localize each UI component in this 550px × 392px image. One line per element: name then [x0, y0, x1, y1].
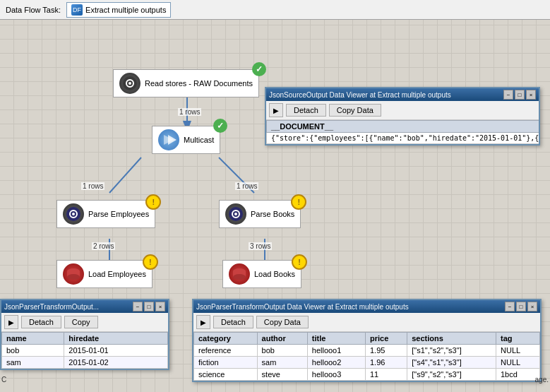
json-source-table-container: __DOCUMENT__ {"store":{"employees":[{"na…	[266, 120, 539, 144]
emp-viewer-restore[interactable]: □	[144, 302, 154, 311]
books-cell: ["s4","s1","s3"]	[407, 357, 496, 369]
emp-viewer-copy[interactable]: Copy	[64, 316, 98, 328]
books-cell: 1.95	[366, 345, 407, 357]
books-cell: reference	[194, 345, 258, 357]
emp-viewer: JsonParserTransformOutput... − □ × ▶ Det…	[0, 299, 169, 370]
load-books-node[interactable]: Load Books !	[222, 260, 301, 288]
books-viewer-titlebar: JsonParserTransformOutput Data Viewer at…	[193, 300, 540, 313]
row-count-read-multi: 1 rows	[178, 108, 201, 116]
top-bar: Data Flow Task: DF Extract multiple outp…	[0, 0, 550, 20]
books-col-title: title	[307, 333, 365, 345]
books-viewer-controls[interactable]: − □ ×	[505, 302, 537, 311]
emp-col-name: name	[2, 333, 64, 345]
json-source-copy[interactable]: Copy Data	[329, 104, 381, 117]
json-source-viewer: JsonSourceOutput Data Viewer at Extract …	[265, 87, 540, 145]
parse-books-label: Parse Books	[251, 210, 294, 218]
books-col-tag: tag	[496, 333, 540, 345]
svg-point-12	[72, 213, 75, 215]
emp-viewer-controls[interactable]: − □ ×	[133, 302, 165, 311]
load-employees-icon	[63, 263, 84, 285]
json-source-close[interactable]: ×	[526, 90, 536, 100]
json-source-controls[interactable]: − □ ×	[503, 90, 536, 100]
books-viewer-restore[interactable]: □	[516, 302, 526, 311]
multicast-check: ✓	[213, 119, 227, 133]
read-stores-label: Read stores - RAW Documents	[145, 79, 253, 88]
books-row: fictionsamhellooo21.96["s4","s1","s3"]NU…	[194, 357, 540, 369]
json-source-restore[interactable]: □	[515, 90, 525, 100]
emp-viewer-close[interactable]: ×	[155, 302, 165, 311]
parse-employees-icon	[63, 203, 84, 225]
books-col-category: category	[194, 333, 258, 345]
row-count-books-load: 3 rows	[249, 242, 272, 250]
books-rows: referencebobhellooo11.95["s1","s2","s3"]…	[194, 345, 540, 381]
emp-rows: bob2015-01-01sam2015-01-02	[2, 345, 168, 369]
json-source-minimize[interactable]: −	[503, 90, 513, 100]
json-source-detach[interactable]: Detach	[286, 104, 326, 117]
emp-viewer-titlebar: JsonParserTransformOutput... − □ ×	[1, 300, 168, 313]
partial-label-right: age.	[534, 374, 550, 385]
emp-cell: 2015-01-01	[64, 345, 168, 357]
svg-point-7	[128, 82, 131, 85]
emp-cell: sam	[2, 357, 64, 369]
load-employees-node[interactable]: Load Employees !	[56, 260, 153, 288]
books-col-sections: sections	[407, 333, 496, 345]
books-cell: hellooo1	[307, 345, 365, 357]
books-viewer-minimize[interactable]: −	[505, 302, 515, 311]
books-viewer-play[interactable]: ▶	[196, 315, 210, 329]
row-count-multi-emp: 1 rows	[81, 182, 104, 190]
books-viewer-title: JsonParserTransformOutput Data Viewer at…	[196, 303, 409, 311]
json-source-play[interactable]: ▶	[269, 103, 283, 117]
emp-viewer-detach[interactable]: Detach	[21, 316, 61, 328]
emp-viewer-minimize[interactable]: −	[133, 302, 143, 311]
read-stores-icon	[119, 73, 141, 94]
svg-marker-9	[168, 135, 177, 145]
svg-point-15	[234, 213, 237, 215]
task-icon: DF	[71, 4, 83, 16]
json-source-table: __DOCUMENT__ {"store":{"employees":[{"na…	[266, 120, 539, 144]
emp-viewer-play[interactable]: ▶	[4, 315, 18, 329]
emp-row: bob2015-01-01	[2, 345, 168, 357]
books-cell: NULL	[496, 345, 540, 357]
json-source-titlebar: JsonSourceOutput Data Viewer at Extract …	[266, 88, 539, 101]
svg-point-21	[233, 274, 246, 280]
books-col-author: author	[257, 333, 307, 345]
json-source-toolbar: ▶ Detach Copy Data	[266, 101, 539, 120]
task-name: Extract multiple outputs	[85, 6, 166, 14]
books-cell: ["s9","s2","s3"]	[407, 369, 496, 381]
parse-employees-node[interactable]: Parse Employees !	[56, 200, 155, 228]
books-cell: bob	[257, 345, 307, 357]
svg-point-18	[67, 274, 80, 280]
load-books-label: Load Books	[254, 270, 295, 278]
emp-cell: 2015-01-02	[64, 357, 168, 369]
read-stores-check: ✓	[252, 62, 266, 76]
books-cell: 11	[366, 369, 407, 381]
emp-viewer-table: name hiredate bob2015-01-01sam2015-01-02	[1, 332, 168, 369]
books-row: referencebobhellooo11.95["s1","s2","s3"]…	[194, 345, 540, 357]
parse-books-icon	[225, 203, 246, 225]
load-books-warn: !	[292, 254, 307, 270]
multicast-node[interactable]: Multicast ✓	[152, 126, 220, 154]
emp-viewer-toolbar: ▶ Detach Copy	[1, 313, 168, 332]
books-cell: NULL	[496, 357, 540, 369]
books-viewer-toolbar: ▶ Detach Copy Data	[193, 313, 540, 332]
books-viewer-copy[interactable]: Copy Data	[256, 316, 309, 328]
load-employees-warn: !	[143, 254, 158, 270]
parse-employees-label: Parse Employees	[88, 210, 149, 218]
books-viewer-close[interactable]: ×	[527, 302, 537, 311]
task-box[interactable]: DF Extract multiple outputs	[66, 2, 171, 18]
books-cell: 1.96	[366, 357, 407, 369]
emp-cell: bob	[2, 345, 64, 357]
json-source-title: JsonSourceOutput Data Viewer at Extract …	[269, 91, 451, 99]
parse-books-node[interactable]: Parse Books !	[219, 200, 301, 228]
load-books-icon	[229, 263, 250, 285]
books-viewer-detach[interactable]: Detach	[213, 316, 253, 328]
row-count-multi-books: 1 rows	[235, 182, 258, 190]
books-cell: science	[194, 369, 258, 381]
load-employees-label: Load Employees	[88, 270, 146, 278]
emp-viewer-title: JsonParserTransformOutput...	[4, 303, 99, 311]
partial-label: C	[0, 374, 8, 385]
row-count-emp-load: 2 rows	[92, 242, 115, 250]
json-source-cell: {"store":{"employees":[{"name":"bob","hi…	[267, 133, 539, 144]
canvas: Read stores - RAW Documents ✓ 1 rows Mul…	[0, 20, 550, 392]
read-stores-node[interactable]: Read stores - RAW Documents ✓	[113, 69, 259, 97]
